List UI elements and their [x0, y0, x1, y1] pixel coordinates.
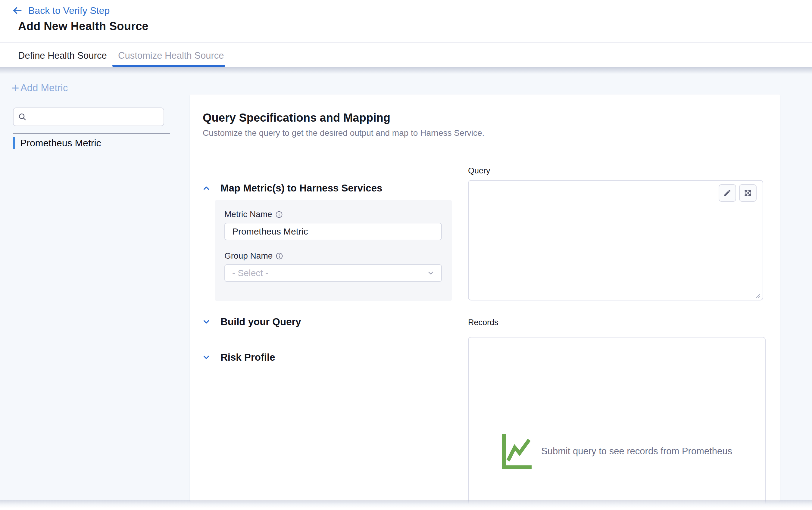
- records-label: Records: [468, 318, 498, 327]
- expand-query-button[interactable]: [739, 184, 757, 202]
- metric-search-box: [13, 108, 164, 126]
- section-risk-profile[interactable]: Risk Profile: [202, 352, 275, 363]
- bottom-edge-fade: [0, 500, 812, 510]
- section-title: Map Metric(s) to Harness Services: [221, 182, 382, 194]
- metric-name-label-text: Metric Name: [224, 210, 272, 219]
- add-metric-label: Add Metric: [21, 82, 68, 94]
- selected-indicator-bar: [13, 137, 15, 149]
- edit-query-button[interactable]: [719, 184, 736, 202]
- info-icon[interactable]: [276, 252, 283, 260]
- select-placeholder: - Select -: [232, 268, 268, 278]
- metric-name-input[interactable]: [224, 223, 442, 240]
- add-metric-button[interactable]: + Add Metric: [11, 82, 68, 94]
- back-link-label: Back to Verify Step: [28, 5, 110, 16]
- metric-name-label: Metric Name: [224, 210, 283, 219]
- chevron-down-icon: [202, 317, 211, 326]
- section-build-your-query[interactable]: Build your Query: [202, 316, 301, 328]
- chevron-down-icon: [202, 353, 211, 362]
- info-icon[interactable]: [275, 211, 283, 218]
- section-title: Risk Profile: [221, 352, 275, 363]
- records-empty-text: Submit query to see records from Prometh…: [541, 446, 732, 457]
- page-header: Back to Verify Step Add New Health Sourc…: [0, 0, 812, 43]
- back-to-verify-step-link[interactable]: Back to Verify Step: [11, 5, 110, 16]
- section-map-metrics[interactable]: Map Metric(s) to Harness Services: [202, 182, 382, 194]
- panel-heading: Query Specifications and Mapping: [203, 111, 390, 124]
- plus-icon: +: [11, 82, 19, 94]
- query-specifications-panel: Query Specifications and Mapping Customi…: [190, 94, 780, 502]
- group-name-label: Group Name: [224, 251, 283, 261]
- tab-bar: Define Health Source Customize Health So…: [0, 43, 812, 67]
- line-chart-icon: [501, 433, 533, 470]
- chevron-up-icon: [202, 184, 211, 193]
- fullscreen-expand-icon: [744, 189, 752, 197]
- resize-handle[interactable]: [754, 292, 761, 299]
- section-title: Build your Query: [221, 316, 301, 328]
- panel-divider: [190, 149, 780, 149]
- tab-customize-health-source[interactable]: Customize Health Source: [118, 50, 224, 61]
- group-name-label-text: Group Name: [224, 251, 272, 261]
- mapping-form-card: Metric Name Group Name - Select -: [215, 200, 452, 301]
- query-textarea[interactable]: [468, 180, 763, 300]
- group-name-select[interactable]: - Select -: [224, 264, 442, 282]
- page: Back to Verify Step Add New Health Sourc…: [0, 0, 812, 510]
- query-toolbar: [719, 184, 757, 202]
- chevron-down-icon: [427, 269, 435, 277]
- tab-define-health-source[interactable]: Define Health Source: [18, 50, 107, 61]
- sidebar-divider: [13, 133, 170, 134]
- search-input[interactable]: [30, 109, 164, 125]
- query-label: Query: [468, 166, 490, 176]
- metric-item-label: Prometheus Metric: [20, 138, 101, 149]
- sidebar-item-prometheus-metric[interactable]: Prometheus Metric: [13, 137, 101, 149]
- tab-bar-shadow: [0, 67, 812, 74]
- back-arrow-icon: [11, 5, 23, 16]
- active-tab-indicator: [112, 65, 225, 67]
- records-empty-state: Submit query to see records from Prometh…: [468, 337, 765, 510]
- panel-subheading: Customize the query to get the desired o…: [203, 128, 484, 138]
- page-title: Add New Health Source: [18, 20, 148, 33]
- search-icon: [18, 112, 27, 121]
- pencil-icon: [723, 189, 732, 197]
